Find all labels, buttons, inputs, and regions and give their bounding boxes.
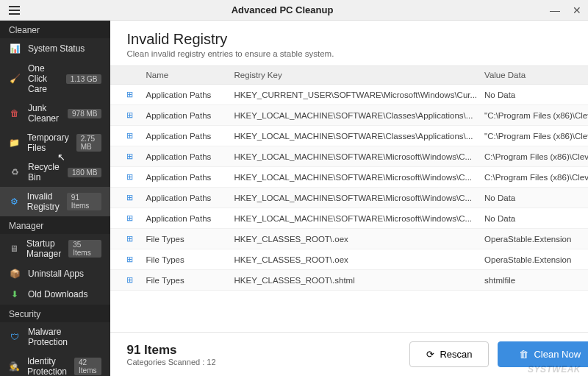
sidebar-item-junk-cleaner[interactable]: 🗑Junk Cleaner978 MB (0, 99, 110, 128)
registry-icon: ⊞ (126, 193, 146, 202)
cell-val: "C:\Program Files (x86)\CleverFil... (484, 111, 588, 120)
cell-name: Application Paths (146, 194, 234, 202)
sidebar-item-label: Temporary Files (27, 132, 69, 153)
sidebar-badge: 2.75 MB (76, 134, 102, 152)
recycle-bin-icon: ♻ (9, 166, 21, 178)
cell-name: File Types (146, 276, 234, 285)
page-subtitle: Clean invalid registry entries to ensure… (126, 49, 588, 58)
sidebar-item-label: Startup Manager (26, 238, 61, 259)
cell-key: HKEY_CLASSES_ROOT\.oex (234, 255, 484, 264)
col-name: Name (146, 71, 234, 79)
sidebar-item-label: Old Downloads (28, 289, 101, 299)
menu-icon[interactable] (0, 6, 21, 15)
cell-name: File Types (146, 235, 234, 244)
cell-val: C:\Program Files (x86)\CleverFil... (484, 173, 588, 182)
cell-name: Application Paths (146, 152, 234, 161)
cell-val: C:\Program Files (x86)\CleverFil... (484, 152, 588, 161)
sidebar-badge: 978 MB (68, 109, 101, 118)
table-row[interactable]: ⊞Application PathsHKEY_CURRENT_USER\SOFT… (110, 85, 588, 105)
sidebar-item-malware-protection[interactable]: 🛡Malware Protection (0, 322, 110, 352)
categories-scanned: Categories Scanned : 12 (126, 358, 401, 366)
cell-key: HKEY_CURRENT_USER\SOFTWARE\Microsoft\Win… (234, 91, 484, 99)
sidebar-item-label: Junk Cleaner (28, 103, 60, 124)
cell-name: Application Paths (146, 173, 234, 182)
uninstall-apps-icon: 📦 (9, 268, 21, 280)
cell-key: HKEY_LOCAL_MACHINE\SOFTWARE\Classes\Appl… (234, 111, 484, 120)
registry-icon: ⊞ (126, 131, 146, 141)
sidebar-item-one-click-care[interactable]: 🧹One Click Care1.13 GB (0, 59, 110, 99)
table-row[interactable]: ⊞Application PathsHKEY_LOCAL_MACHINE\SOF… (110, 208, 588, 229)
col-val: Value Data (484, 71, 588, 79)
cell-key: HKEY_CLASSES_ROOT\.oex (234, 235, 484, 244)
old-downloads-icon: ⬇ (9, 288, 21, 300)
registry-icon: ⊞ (126, 234, 146, 244)
cell-name: Application Paths (146, 214, 234, 223)
table-row[interactable]: ⊞File TypesHKEY_CLASSES_ROOT\.oexOperaSt… (110, 249, 588, 270)
sidebar-item-label: Malware Protection (28, 327, 101, 347)
sidebar-badge: 42 Items (74, 358, 101, 375)
cell-key: HKEY_LOCAL_MACHINE\SOFTWARE\Microsoft\Wi… (234, 214, 484, 223)
table-row[interactable]: ⊞Application PathsHKEY_LOCAL_MACHINE\SOF… (110, 126, 588, 146)
cell-val: OperaStable.Extension (484, 255, 588, 264)
items-count: 91 Items (126, 343, 401, 358)
content: Invalid Registry Clean invalid registry … (110, 21, 588, 376)
temporary-files-icon: 📁 (9, 137, 20, 149)
app-title: Advanced PC Cleanup (21, 4, 544, 15)
sidebar-item-label: Recycle Bin (28, 162, 60, 182)
sidebar-item-label: One Click Care (28, 63, 59, 94)
invalid-registry-icon: ⚙ (9, 196, 20, 207)
sidebar-badge: 1.13 GB (66, 74, 102, 84)
page-title: Invalid Registry (126, 31, 588, 48)
sidebar-item-startup-manager[interactable]: 🖥Startup Manager35 Items (0, 234, 110, 263)
table-row[interactable]: ⊞Application PathsHKEY_LOCAL_MACHINE\SOF… (110, 188, 588, 208)
sidebar-item-recycle-bin[interactable]: ♻Recycle Bin180 MB (0, 157, 110, 187)
watermark: SYSTWEAK (528, 364, 581, 375)
clean-now-button[interactable]: 🗑Clean Now (498, 341, 588, 367)
trash-icon: 🗑 (519, 349, 528, 360)
cell-name: Application Paths (146, 111, 234, 120)
cell-name: Application Paths (146, 91, 234, 99)
cell-val: OperaStable.Extension (484, 235, 588, 244)
registry-icon: ⊞ (126, 152, 146, 161)
table-row[interactable]: ⊞Application PathsHKEY_LOCAL_MACHINE\SOF… (110, 105, 588, 126)
footer-bar: 91 Items Categories Scanned : 12 ⟳Rescan… (110, 332, 588, 376)
sidebar-item-uninstall-apps[interactable]: 📦Uninstall Apps (0, 263, 110, 284)
table-row[interactable]: ⊞Application PathsHKEY_LOCAL_MACHINE\SOF… (110, 146, 588, 167)
sidebar-item-system-status[interactable]: 📊System Status (0, 38, 110, 59)
startup-manager-icon: 🖥 (9, 243, 19, 255)
registry-icon: ⊞ (126, 255, 146, 264)
registry-icon: ⊞ (126, 90, 146, 99)
cell-val: No Data (484, 91, 588, 99)
titlebar: Advanced PC Cleanup — ✕ (0, 0, 588, 21)
sidebar-item-temporary-files[interactable]: 📁Temporary Files2.75 MB (0, 128, 110, 157)
identity-protection-icon: 🕵 (9, 361, 20, 372)
table-row[interactable]: ⊞Application PathsHKEY_LOCAL_MACHINE\SOF… (110, 167, 588, 188)
close-button[interactable]: ✕ (566, 0, 588, 21)
cell-key: HKEY_LOCAL_MACHINE\SOFTWARE\Microsoft\Wi… (234, 194, 484, 202)
minimize-button[interactable]: — (544, 0, 566, 21)
table-row[interactable]: ⊞File TypesHKEY_CLASSES_ROOT\.shtmlshtml… (110, 270, 588, 291)
sidebar-badge: 180 MB (68, 168, 101, 177)
cell-key: HKEY_LOCAL_MACHINE\SOFTWARE\Microsoft\Wi… (234, 152, 484, 161)
cell-name: File Types (146, 255, 234, 264)
table-row[interactable]: ⊞File TypesHKEY_CLASSES_ROOT\.oexOperaSt… (110, 229, 588, 249)
sidebar-item-old-downloads[interactable]: ⬇Old Downloads (0, 284, 110, 305)
sidebar: Cleaner📊System Status🧹One Click Care1.13… (0, 21, 110, 376)
cell-key: HKEY_CLASSES_ROOT\.shtml (234, 276, 484, 285)
sidebar-badge: 91 Items (67, 193, 102, 210)
sidebar-item-invalid-registry[interactable]: ⚙Invalid Registry91 Items (0, 187, 110, 216)
cell-val: "C:\Program Files (x86)\CleverFil... (484, 132, 588, 141)
section-header: Manager (0, 216, 110, 234)
cell-val: shtmlfile (484, 276, 588, 285)
sidebar-item-identity-protection[interactable]: 🕵Identity Protection42 Items (0, 352, 110, 376)
table-header: Name Registry Key Value Data (110, 65, 588, 85)
cell-name: Application Paths (146, 132, 234, 141)
cell-val: No Data (484, 194, 588, 202)
col-key: Registry Key (234, 71, 484, 79)
system-status-icon: 📊 (9, 43, 21, 54)
rescan-button[interactable]: ⟳Rescan (409, 341, 489, 367)
one-click-care-icon: 🧹 (9, 73, 21, 85)
registry-icon: ⊞ (126, 275, 146, 285)
sidebar-item-label: Identity Protection (27, 356, 67, 376)
malware-protection-icon: 🛡 (9, 331, 21, 343)
